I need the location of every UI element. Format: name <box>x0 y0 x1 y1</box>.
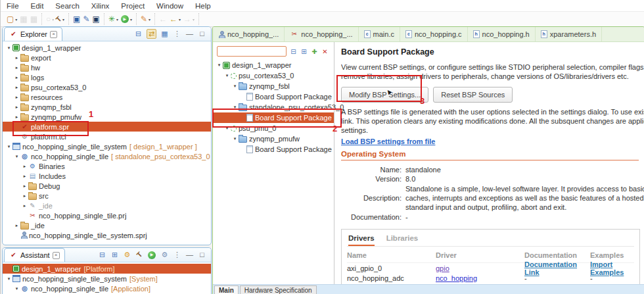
back-button[interactable]: ← <box>159 15 167 23</box>
bottom-tab-hardware-specification[interactable]: Hardware Specification <box>240 285 317 294</box>
profile-button[interactable]: ✎▾ <box>141 15 150 23</box>
tree-item-nco-hopping-single-tile[interactable]: ▾nco_hopping_single_tile[Application] <box>3 283 211 293</box>
twistie-icon[interactable]: ▸ <box>21 193 28 199</box>
run-icon[interactable]: ▶ <box>148 251 156 259</box>
driver-link-nco-hopping[interactable]: nco_hopping <box>436 274 477 282</box>
tree-item-platform-spr[interactable]: platform.spr <box>3 122 211 132</box>
debug-gear-icon[interactable]: ⚙ <box>160 251 169 259</box>
menu-file[interactable]: File <box>1 2 25 10</box>
tree-item-board-support-package[interactable]: Board Support Package <box>213 112 334 123</box>
twistie-icon[interactable]: ▸ <box>13 65 20 70</box>
expand-all-icon[interactable]: ⊞ <box>300 48 308 55</box>
remove-item-icon[interactable]: ✕ <box>321 48 329 55</box>
twistie-icon[interactable]: ▾ <box>231 105 239 110</box>
minimize-icon[interactable]: — <box>185 30 194 38</box>
twistie-icon[interactable]: ▾ <box>216 62 223 68</box>
collapse-all-icon[interactable]: ⊟ <box>98 251 106 259</box>
collapse-all-icon[interactable]: ⊟ <box>134 30 143 38</box>
settings-gear-icon[interactable]: ⚙ <box>123 251 131 259</box>
tree-item-board-support-package[interactable]: Board Support Package <box>213 91 334 102</box>
run-button[interactable]: ▶▾ <box>121 15 132 23</box>
tree-item-design-1-wrapper[interactable]: ▾design_1_wrapper <box>213 60 334 70</box>
editor-tab-nco-hopping-c[interactable]: nco_hopping.c <box>400 27 468 41</box>
build-hammer-button[interactable]: T▾ <box>57 15 64 23</box>
save-button[interactable]: ▦ <box>20 15 27 23</box>
tree-item-export[interactable]: ▸export <box>3 53 211 62</box>
editor-tab-nco-hopping-h[interactable]: nco_hopping.h <box>468 27 536 41</box>
view-menu-icon[interactable]: ⋮ <box>173 251 181 259</box>
tree-item-psu-cortexa53-0[interactable]: ▸psu_cortexa53_0 <box>3 82 211 92</box>
terminal-button[interactable]: ▣ <box>73 15 80 23</box>
dropdown-caret-icon[interactable]: ▾ <box>116 17 118 22</box>
tree-item-nco-hopping-single-tile-prj[interactable]: nco_hopping_single_tile.prj <box>3 210 211 220</box>
tree-item-ide[interactable]: ▸_ide <box>3 201 211 210</box>
twistie-icon[interactable]: ▸ <box>21 184 28 189</box>
twistie-icon[interactable]: ▸ <box>13 105 20 110</box>
tree-item-ide[interactable]: ▸_ide <box>3 220 211 230</box>
tree-item-zynqmp-fsbl[interactable]: ▸zynqmp_fsbl <box>3 102 211 112</box>
twistie-icon[interactable]: ▾ <box>13 154 20 159</box>
expand-all-icon[interactable]: ⊞ <box>110 251 119 259</box>
link-editor-icon[interactable]: ⇄ <box>147 29 156 39</box>
tree-item-nco-hopping-single-tile[interactable]: ▾nco_hopping_single_tile[ standalone_psu… <box>3 151 211 161</box>
build-history-button[interactable]: ○▾ <box>46 15 54 23</box>
dropdown-caret-icon[interactable]: ▾ <box>179 17 181 22</box>
tree-item-nco-hopping-single-tile-system[interactable]: ▾nco_hopping_single_tile_system[ design_… <box>3 141 211 151</box>
maximize-icon[interactable]: □ <box>198 30 206 38</box>
view-marker-icon[interactable] <box>50 31 57 38</box>
tree-item-board-support-package[interactable]: Board Support Package <box>213 144 334 155</box>
twistie-icon[interactable]: ▾ <box>223 126 231 131</box>
bottom-tab-main[interactable]: Main <box>214 285 239 294</box>
twistie-icon[interactable]: ▾ <box>231 136 239 141</box>
load-bsp-settings-link[interactable]: Load BSP settings from file <box>341 137 435 145</box>
view-marker-icon[interactable] <box>53 252 60 259</box>
editor-tab-nco-hopping[interactable]: nco_hopping_... <box>213 27 285 41</box>
driver-link[interactable]: gpio <box>436 264 524 272</box>
forward-button[interactable]: →▾ <box>183 15 195 23</box>
editor-tab-main-c[interactable]: main.c <box>359 27 400 41</box>
save-all-button[interactable]: ▦ <box>30 15 37 23</box>
tree-item-platform-tcl[interactable]: platform.tcl <box>3 132 211 141</box>
tree-item-standalone-psu-cortexa53-0[interactable]: ▾standalone_psu_cortexa53_0 <box>213 102 334 112</box>
view-menu-icon[interactable]: ⋮ <box>173 30 181 38</box>
explorer-view-tab[interactable]: Explorer <box>4 27 62 41</box>
twistie-icon[interactable]: ▸ <box>13 114 20 120</box>
twistie-icon[interactable]: ▸ <box>13 223 20 228</box>
menu-search[interactable]: Search <box>49 2 85 10</box>
menu-project[interactable]: Project <box>115 2 150 10</box>
editor-tab-nco-hopping[interactable]: nco_hopping_... <box>285 27 358 41</box>
menu-window[interactable]: Window <box>150 2 189 10</box>
twistie-icon[interactable]: ▾ <box>13 286 20 291</box>
tree-item-resources[interactable]: ▸resources <box>3 92 211 102</box>
twistie-icon[interactable]: ▾ <box>5 45 12 51</box>
new-wizard-button[interactable]: ▢▾ <box>7 15 17 23</box>
reset-bsp-sources-button[interactable]: Reset BSP Sources <box>433 87 513 103</box>
dropdown-caret-icon[interactable]: ▾ <box>193 17 195 22</box>
dropdown-caret-icon[interactable]: ▾ <box>130 17 132 22</box>
maximize-icon[interactable]: □ <box>198 251 206 259</box>
editor-tab-xparameters-h[interactable]: xparameters.h <box>536 27 602 41</box>
twistie-icon[interactable]: ▾ <box>223 73 231 78</box>
tree-item-nco-hopping-single-tile-system-sprj[interactable]: nco_hopping_single_tile_system.sprj <box>3 230 211 240</box>
twistie-icon[interactable]: ▸ <box>21 174 28 179</box>
modify-bsp-settings-button[interactable]: Modify BSP Settings... <box>341 87 428 103</box>
tree-item-design-1-wrapper[interactable]: ▾design_1_wrapper <box>3 43 211 53</box>
console-window-button[interactable]: ▣ <box>92 15 99 23</box>
tree-item-psu-cortexa53-0[interactable]: ▾psu_cortexa53_0 <box>213 70 334 81</box>
menu-help[interactable]: Help <box>189 2 217 10</box>
twistie-icon[interactable]: ▾ <box>231 84 239 89</box>
tab-libraries[interactable]: Libraries <box>386 234 419 246</box>
collapse-all-icon[interactable]: ⊟ <box>289 48 298 55</box>
assistant-view-tab[interactable]: Assistant <box>4 248 65 262</box>
bsp-filter-input[interactable] <box>217 46 287 57</box>
tree-item-binaries[interactable]: ▸Binaries <box>3 161 211 171</box>
twistie-icon[interactable]: ▸ <box>13 55 20 61</box>
debug-button[interactable]: ✳▾ <box>108 15 118 23</box>
tree-item-psu-pmu-0[interactable]: ▾psu_pmu_0 <box>213 123 334 134</box>
tree-item-zynqmp-pmufw[interactable]: ▸zynqmp_pmufw <box>3 112 211 122</box>
driver-link[interactable]: nco_hopping <box>436 274 524 282</box>
menu-edit[interactable]: Edit <box>25 2 50 10</box>
driver-link-gpio[interactable]: gpio <box>436 264 449 272</box>
menu-xilinx[interactable]: Xilinx <box>85 2 115 10</box>
tree-item-zynqmp-pmufw[interactable]: ▾zynqmp_pmufw <box>213 134 334 144</box>
